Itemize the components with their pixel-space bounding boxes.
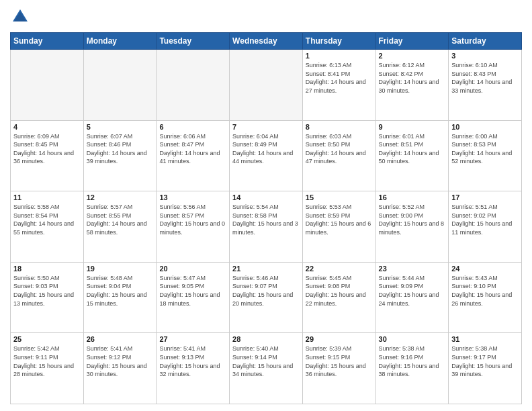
calendar-cell: 2Sunrise: 6:12 AMSunset: 8:42 PMDaylight… [375,50,449,121]
day-info: Sunrise: 5:52 AMSunset: 9:00 PMDaylight:… [379,203,446,236]
day-number: 9 [379,123,446,131]
calendar-week-5: 25Sunrise: 5:42 AMSunset: 9:11 PMDayligh… [11,333,522,404]
weekday-header-saturday: Saturday [449,33,522,50]
day-number: 4 [13,123,81,131]
calendar-cell: 21Sunrise: 5:46 AMSunset: 9:07 PMDayligh… [230,262,303,333]
calendar-cell: 10Sunrise: 6:00 AMSunset: 8:53 PMDayligh… [449,120,522,191]
day-info: Sunrise: 5:57 AMSunset: 8:55 PMDaylight:… [87,203,154,236]
day-info: Sunrise: 5:41 AMSunset: 9:12 PMDaylight:… [87,345,154,378]
calendar-cell: 15Sunrise: 5:53 AMSunset: 8:59 PMDayligh… [302,191,375,263]
day-info: Sunrise: 5:58 AMSunset: 8:54 PMDaylight:… [13,203,81,236]
header [10,7,522,27]
calendar-cell: 31Sunrise: 5:38 AMSunset: 9:17 PMDayligh… [449,333,522,404]
day-number: 27 [159,335,226,343]
day-info: Sunrise: 5:45 AMSunset: 9:08 PMDaylight:… [306,274,373,308]
weekday-header-tuesday: Tuesday [157,33,230,50]
calendar-cell: 25Sunrise: 5:42 AMSunset: 9:11 PMDayligh… [11,333,84,404]
day-info: Sunrise: 6:06 AMSunset: 8:47 PMDaylight:… [159,132,226,166]
calendar-cell: 22Sunrise: 5:45 AMSunset: 9:08 PMDayligh… [302,262,375,333]
day-info: Sunrise: 5:42 AMSunset: 9:11 PMDaylight:… [13,345,81,378]
day-number: 11 [13,193,81,201]
calendar-cell: 1Sunrise: 6:13 AMSunset: 8:41 PMDaylight… [302,50,375,121]
day-number: 23 [379,265,446,273]
calendar-cell: 18Sunrise: 5:50 AMSunset: 9:03 PMDayligh… [11,262,84,333]
calendar-week-4: 18Sunrise: 5:50 AMSunset: 9:03 PMDayligh… [11,262,522,333]
calendar-cell: 30Sunrise: 5:38 AMSunset: 9:16 PMDayligh… [375,333,449,404]
day-info: Sunrise: 5:54 AMSunset: 8:58 PMDaylight:… [232,203,300,236]
day-info: Sunrise: 5:38 AMSunset: 9:17 PMDaylight:… [451,345,519,378]
calendar-cell: 26Sunrise: 5:41 AMSunset: 9:12 PMDayligh… [83,333,157,404]
logo-icon [10,7,30,27]
weekday-header-thursday: Thursday [302,33,375,50]
day-number: 26 [87,335,154,343]
weekday-header-sunday: Sunday [11,33,84,50]
day-info: Sunrise: 5:56 AMSunset: 8:57 PMDaylight:… [159,203,226,236]
day-info: Sunrise: 6:07 AMSunset: 8:46 PMDaylight:… [87,132,154,166]
calendar-cell: 8Sunrise: 6:03 AMSunset: 8:50 PMDaylight… [302,120,375,191]
day-number: 29 [306,335,373,343]
calendar-cell: 27Sunrise: 5:41 AMSunset: 9:13 PMDayligh… [157,333,230,404]
day-info: Sunrise: 6:12 AMSunset: 8:42 PMDaylight:… [379,61,446,95]
day-number: 24 [451,265,519,273]
day-number: 18 [13,265,81,273]
calendar-cell: 14Sunrise: 5:54 AMSunset: 8:58 PMDayligh… [230,191,303,263]
day-number: 3 [451,52,519,60]
calendar-table: SundayMondayTuesdayWednesdayThursdayFrid… [10,32,522,404]
calendar-cell: 4Sunrise: 6:09 AMSunset: 8:45 PMDaylight… [11,120,84,191]
calendar-cell: 29Sunrise: 5:39 AMSunset: 9:15 PMDayligh… [302,333,375,404]
day-number: 25 [13,335,81,343]
day-info: Sunrise: 5:38 AMSunset: 9:16 PMDaylight:… [379,345,446,378]
day-info: Sunrise: 5:44 AMSunset: 9:09 PMDaylight:… [379,274,446,308]
day-info: Sunrise: 5:43 AMSunset: 9:10 PMDaylight:… [451,274,519,308]
day-number: 12 [87,193,154,201]
calendar-cell: 9Sunrise: 6:01 AMSunset: 8:51 PMDaylight… [375,120,449,191]
day-number: 22 [306,265,373,273]
day-info: Sunrise: 5:40 AMSunset: 9:14 PMDaylight:… [232,345,300,378]
calendar-cell: 24Sunrise: 5:43 AMSunset: 9:10 PMDayligh… [449,262,522,333]
day-number: 1 [306,52,373,60]
day-number: 6 [159,123,226,131]
day-info: Sunrise: 5:41 AMSunset: 9:13 PMDaylight:… [159,345,226,378]
day-number: 14 [232,193,300,201]
day-info: Sunrise: 5:50 AMSunset: 9:03 PMDaylight:… [13,274,81,308]
day-number: 28 [232,335,300,343]
day-number: 8 [306,123,373,131]
day-number: 7 [232,123,300,131]
day-info: Sunrise: 6:03 AMSunset: 8:50 PMDaylight:… [306,132,373,166]
day-number: 21 [232,265,300,273]
day-number: 15 [306,193,373,201]
day-number: 19 [87,265,154,273]
day-number: 5 [87,123,154,131]
calendar-cell [83,50,157,121]
calendar-cell: 19Sunrise: 5:48 AMSunset: 9:04 PMDayligh… [83,262,157,333]
day-info: Sunrise: 6:04 AMSunset: 8:49 PMDaylight:… [232,132,300,166]
logo [10,7,32,27]
calendar-cell: 6Sunrise: 6:06 AMSunset: 8:47 PMDaylight… [157,120,230,191]
day-number: 17 [451,193,519,201]
calendar-week-1: 1Sunrise: 6:13 AMSunset: 8:41 PMDaylight… [11,50,522,121]
day-number: 2 [379,52,446,60]
weekday-header-friday: Friday [375,33,449,50]
calendar-cell: 3Sunrise: 6:10 AMSunset: 8:43 PMDaylight… [449,50,522,121]
weekday-header-wednesday: Wednesday [230,33,303,50]
day-number: 16 [379,193,446,201]
day-info: Sunrise: 6:01 AMSunset: 8:51 PMDaylight:… [379,132,446,166]
day-info: Sunrise: 5:48 AMSunset: 9:04 PMDaylight:… [87,274,154,308]
calendar-cell: 28Sunrise: 5:40 AMSunset: 9:14 PMDayligh… [230,333,303,404]
day-number: 20 [159,265,226,273]
calendar-cell: 20Sunrise: 5:47 AMSunset: 9:05 PMDayligh… [157,262,230,333]
calendar-cell [230,50,303,121]
calendar-cell: 16Sunrise: 5:52 AMSunset: 9:00 PMDayligh… [375,191,449,263]
day-info: Sunrise: 5:39 AMSunset: 9:15 PMDaylight:… [306,345,373,378]
calendar-cell [157,50,230,121]
day-info: Sunrise: 6:09 AMSunset: 8:45 PMDaylight:… [13,132,81,166]
day-info: Sunrise: 5:51 AMSunset: 9:02 PMDaylight:… [451,203,519,236]
calendar-week-2: 4Sunrise: 6:09 AMSunset: 8:45 PMDaylight… [11,120,522,191]
day-info: Sunrise: 6:13 AMSunset: 8:41 PMDaylight:… [306,61,373,95]
calendar-cell: 11Sunrise: 5:58 AMSunset: 8:54 PMDayligh… [11,191,84,263]
day-info: Sunrise: 5:46 AMSunset: 9:07 PMDaylight:… [232,274,300,308]
day-number: 10 [451,123,519,131]
day-number: 31 [451,335,519,343]
calendar-cell: 5Sunrise: 6:07 AMSunset: 8:46 PMDaylight… [83,120,157,191]
calendar-cell: 13Sunrise: 5:56 AMSunset: 8:57 PMDayligh… [157,191,230,263]
